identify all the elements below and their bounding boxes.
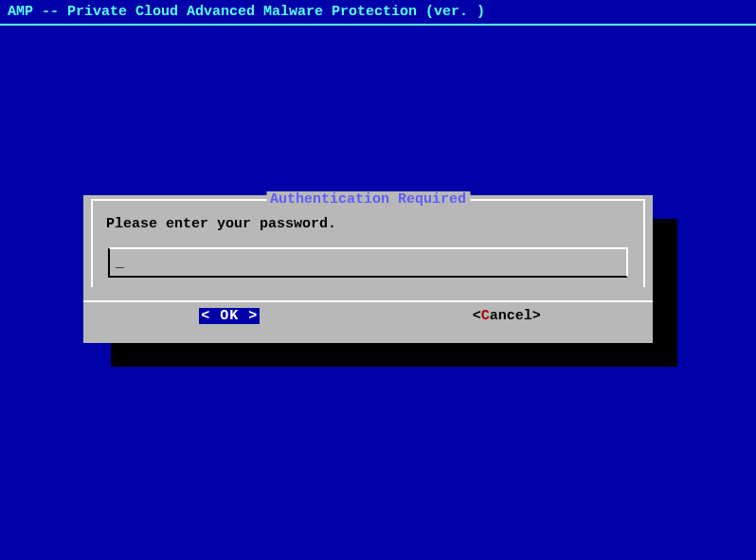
cancel-open-bracket: < — [473, 308, 481, 324]
dialog-title: Authentication Required — [266, 191, 470, 208]
password-input[interactable]: _ — [108, 247, 628, 278]
title-divider — [0, 24, 756, 26]
cancel-button[interactable]: <Cancel> — [473, 308, 541, 324]
button-row: < OK > <Cancel> — [91, 302, 645, 330]
ok-button[interactable]: < OK > — [199, 308, 260, 324]
password-field-wrap: _ — [108, 247, 628, 278]
cancel-rest: ancel — [490, 308, 532, 324]
ok-close-bracket: > — [248, 308, 258, 324]
app-title: AMP -- Private Cloud Advanced Malware Pr… — [0, 0, 756, 22]
ok-open-bracket: < — [201, 308, 210, 324]
dialog-border: Authentication Required Please enter you… — [91, 199, 645, 287]
ok-label: OK — [210, 308, 248, 324]
auth-dialog: Authentication Required Please enter you… — [83, 195, 653, 343]
input-cursor: _ — [116, 255, 124, 271]
cancel-hotkey: C — [481, 308, 490, 324]
cancel-close-bracket: > — [532, 308, 541, 324]
